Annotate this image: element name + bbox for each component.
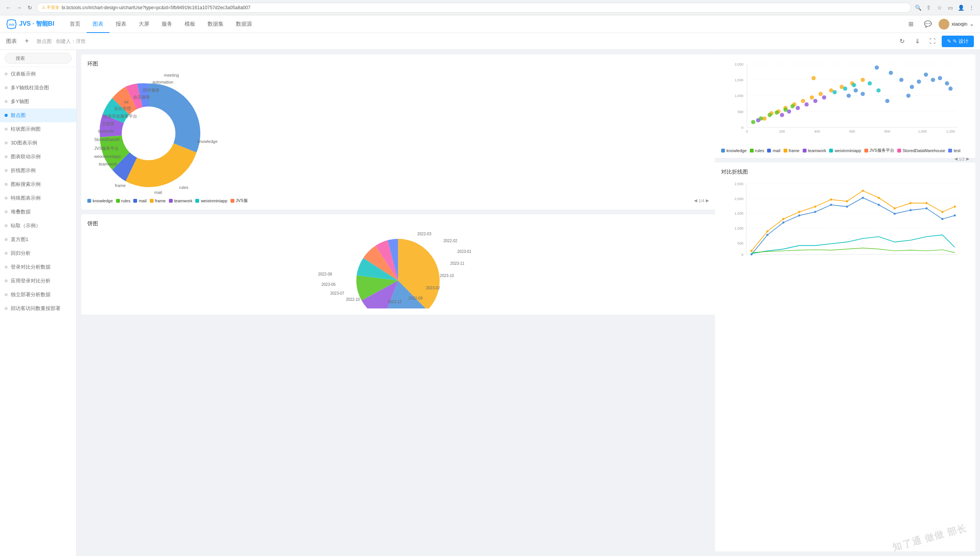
nav-screen[interactable]: 大屏: [133, 15, 155, 33]
scatter-legend-knowledge[interactable]: knowledge: [721, 148, 747, 153]
sidebar-item-deploy[interactable]: 独立部署分析数据: [0, 288, 76, 302]
search-wrapper: 🔍: [5, 53, 72, 64]
design-button[interactable]: ✎ ✎ 设计: [942, 36, 974, 47]
legend-dot-teamwork: [169, 199, 173, 203]
scatter-dot-rules: [750, 149, 754, 153]
browser-bookmark-button[interactable]: ☆: [936, 4, 943, 11]
scatter-dot-test: [948, 149, 952, 153]
legend-knowledge[interactable]: knowledge: [87, 198, 113, 203]
svg-point-72: [767, 113, 772, 117]
sidebar-dot: [5, 155, 8, 158]
sidebar-item-linkage[interactable]: 图表联动示例: [0, 150, 76, 164]
nav-datasets[interactable]: 数据集: [201, 15, 230, 33]
search-input[interactable]: [5, 53, 72, 64]
label-storeddata: StoredDataW...: [94, 137, 123, 142]
browser-menu-button[interactable]: ⋮: [968, 4, 975, 11]
scatter-legend-jvs[interactable]: JVS服务平台: [864, 148, 894, 153]
forward-button[interactable]: →: [15, 4, 23, 11]
chat-icon-button[interactable]: 💬: [922, 18, 934, 30]
scatter-prev-icon[interactable]: ◀: [954, 156, 957, 161]
sidebar-item-icon-search[interactable]: 图标搜索示例: [0, 177, 76, 191]
label-mail: mail: [154, 190, 162, 195]
sidebar-item-stack[interactable]: 堆叠数据: [0, 205, 76, 219]
scatter-dot-mail: [767, 149, 771, 153]
prev-page-icon[interactable]: ◀: [694, 198, 697, 203]
sidebar-item-drill[interactable]: 钻取（示例）: [0, 219, 76, 233]
svg-text:1,500: 1,500: [735, 212, 743, 215]
legend-teamwork[interactable]: teamwork: [169, 198, 193, 203]
nav-datasources[interactable]: 数据源: [230, 15, 258, 33]
browser-search-button[interactable]: 🔍: [914, 4, 922, 11]
browser-share-button[interactable]: ⇧: [925, 4, 933, 11]
user-info[interactable]: xiaoqin ⌄: [939, 19, 974, 30]
sidebar-dot: [5, 86, 8, 89]
nav-services[interactable]: 服务: [155, 15, 178, 33]
sidebar-dot: [5, 72, 8, 75]
refresh-button[interactable]: ↻: [896, 35, 908, 48]
refresh-button[interactable]: ↻: [26, 4, 34, 11]
scatter-dot-jvs: [864, 149, 868, 153]
scatter-legend-teamwork[interactable]: teamwork: [803, 148, 826, 153]
next-page-icon[interactable]: ▶: [706, 198, 709, 203]
fullscreen-button[interactable]: ⛶: [926, 35, 939, 48]
sidebar-item-visitor[interactable]: 回访客访问数量按部署: [0, 302, 76, 315]
browser-profile-button[interactable]: 👤: [957, 4, 965, 11]
sidebar-item-scatter[interactable]: 散点图: [0, 108, 76, 122]
sidebar-item-regression[interactable]: 回归分析: [0, 246, 76, 260]
nav-reports[interactable]: 报表: [110, 15, 133, 33]
svg-point-43: [945, 81, 949, 85]
svg-text:2023-07: 2023-07: [330, 291, 344, 295]
svg-point-36: [889, 71, 893, 75]
nav-templates[interactable]: 模板: [178, 15, 201, 33]
scatter-legend-frame[interactable]: frame: [784, 148, 800, 153]
legend-mail[interactable]: mail: [133, 198, 146, 203]
legend-jvs[interactable]: JVS服: [231, 198, 248, 203]
svg-text:2023-06: 2023-06: [322, 282, 336, 287]
donut-chart-card: 环图: [81, 54, 715, 210]
url-bar[interactable]: ⚠ 不安全 bi.bctools.cn/#/chart-design-ui/ch…: [37, 3, 911, 13]
sidebar-item-bar[interactable]: 柱状图示例图: [0, 122, 76, 136]
legend-label-knowledge: knowledge: [93, 198, 113, 203]
scatter-legend-weixinminiapp[interactable]: weixinminiapp: [829, 148, 861, 153]
app-logo[interactable]: JVS JVS · 智能BI: [6, 19, 54, 30]
add-button[interactable]: +: [21, 36, 32, 47]
svg-point-115: [862, 197, 864, 199]
nav-charts[interactable]: 图表: [87, 15, 110, 33]
sidebar-item-dashboard[interactable]: 仪表板示例: [0, 67, 76, 81]
sidebar-item-multi-y[interactable]: 多Y轴线柱混合图: [0, 81, 76, 95]
svg-point-116: [878, 204, 880, 206]
scatter-next-icon[interactable]: ▶: [966, 156, 969, 161]
legend-rules[interactable]: rules: [116, 198, 131, 203]
back-button[interactable]: ←: [5, 4, 12, 11]
sidebar-item-histogram[interactable]: 直方图1: [0, 233, 76, 246]
scatter-legend-mail[interactable]: mail: [767, 148, 780, 153]
legend-frame[interactable]: frame: [150, 198, 166, 203]
svg-point-67: [813, 99, 818, 103]
svg-point-99: [830, 198, 832, 201]
legend-weixinminiapp[interactable]: weixinminiapp: [195, 198, 227, 203]
sidebar-dot: [5, 100, 8, 103]
scatter-legend-rules[interactable]: rules: [750, 148, 764, 153]
browser-extension-button[interactable]: ▭: [946, 4, 954, 11]
svg-point-41: [931, 78, 935, 82]
sidebar-item-login-analysis[interactable]: 应用登录对比分析: [0, 274, 76, 288]
nav-home[interactable]: 首页: [64, 15, 87, 33]
svg-point-38: [910, 85, 914, 89]
sidebar-item-special[interactable]: 特殊图表示例: [0, 191, 76, 205]
sidebar-item-3d[interactable]: 3D图表示例: [0, 136, 76, 150]
label-admin: 后台管理: [114, 106, 131, 112]
sidebar-item-login-data[interactable]: 登录对比分析数据: [0, 260, 76, 274]
svg-point-62: [811, 76, 816, 80]
scatter-legend-stored[interactable]: StoredDataWarehouse: [897, 148, 946, 153]
scatter-label-stored: StoredDataWarehouse: [903, 148, 946, 153]
svg-point-39: [917, 80, 921, 84]
download-button[interactable]: ⇓: [911, 35, 923, 48]
sidebar-item-multi-y-chart[interactable]: 多Y轴图: [0, 95, 76, 108]
scatter-legend: knowledge rules mail frame: [721, 148, 969, 161]
svg-point-63: [780, 113, 784, 117]
svg-point-110: [782, 221, 785, 224]
sidebar-item-line[interactable]: 折线图示例: [0, 164, 76, 177]
grid-icon-button[interactable]: ⊞: [905, 18, 917, 30]
app-header: JVS JVS · 智能BI 首页 图表 报表 大屏 服务 模板 数据集 数据源…: [0, 15, 980, 33]
scatter-legend-test[interactable]: test: [948, 148, 960, 153]
